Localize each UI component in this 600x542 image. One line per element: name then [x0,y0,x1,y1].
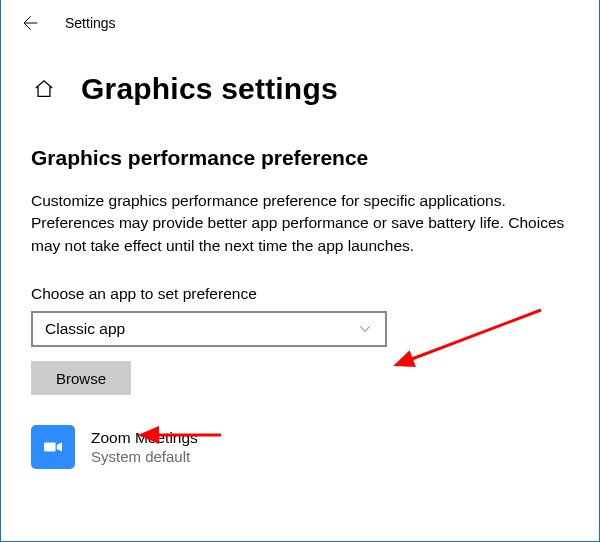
topbar: Settings [1,0,599,46]
dropdown-selected-value: Classic app [45,320,125,338]
page-title: Graphics settings [81,72,338,106]
browse-button[interactable]: Browse [31,361,131,395]
section-title: Graphics performance preference [31,146,593,170]
content-area: Graphics performance preference Customiz… [1,106,599,469]
topbar-title: Settings [65,15,116,31]
app-name: Zoom Meetings [91,428,198,447]
svg-rect-0 [44,443,55,452]
chevron-down-icon [357,321,373,337]
app-type-dropdown[interactable]: Classic app [31,311,387,347]
browse-button-label: Browse [56,370,106,387]
zoom-icon [31,425,75,469]
choose-app-label: Choose an app to set preference [31,285,593,303]
app-list-item[interactable]: Zoom Meetings System default [31,425,593,469]
section-description: Customize graphics performance preferenc… [31,190,591,257]
app-status: System default [91,448,198,467]
settings-window: Settings Graphics settings Graphics perf… [0,0,600,542]
home-icon[interactable] [31,76,57,102]
heading-row: Graphics settings [1,46,599,106]
back-icon[interactable] [19,13,39,33]
app-text: Zoom Meetings System default [91,428,198,466]
app-list: Zoom Meetings System default [31,425,593,469]
